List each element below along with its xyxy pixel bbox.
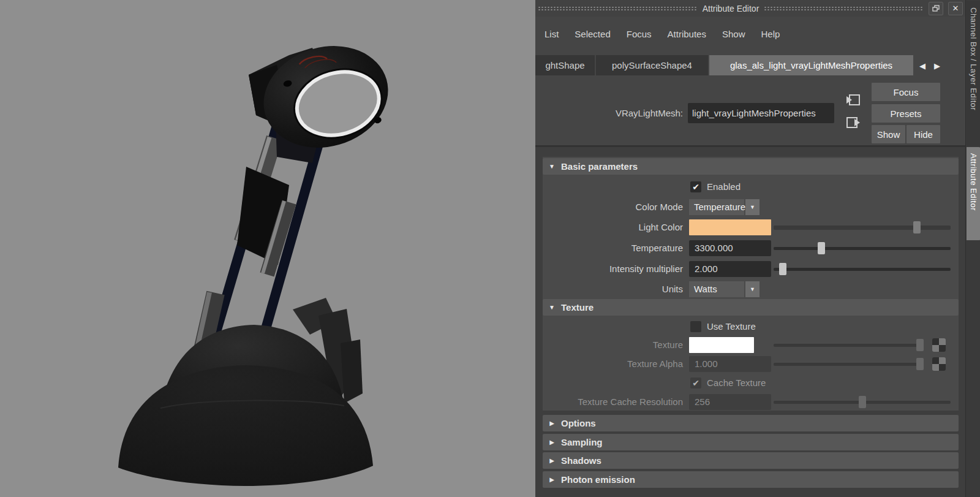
chevron-down-icon[interactable]: ▼	[745, 281, 760, 297]
tab-next-arrow[interactable]: ▶	[934, 61, 940, 70]
section-photon-emission[interactable]: ▶ Photon emission	[543, 471, 959, 488]
output-connection-icon[interactable]	[845, 114, 862, 131]
cache-texture-label: Cache Texture	[707, 375, 766, 391]
texture-alpha-map-checker-icon[interactable]	[932, 357, 946, 371]
collapsed-triangle-icon: ▶	[543, 476, 561, 483]
texture-alpha-row: Texture Alpha 1.000	[535, 356, 965, 372]
slider-track[interactable]	[774, 247, 951, 250]
restore-icon	[932, 4, 940, 13]
texture-alpha-label: Texture Alpha	[535, 356, 683, 372]
enabled-label: Enabled	[707, 179, 741, 195]
close-panel-button[interactable]: ✕	[948, 2, 963, 15]
node-type-label: VRayLightMesh:	[535, 108, 683, 118]
color-mode-value: Temperature	[689, 199, 744, 215]
units-row: Units Watts ▼	[535, 281, 965, 297]
light-color-swatch[interactable]	[689, 219, 771, 235]
cache-texture-checkbox[interactable]: ✔	[690, 377, 701, 389]
temperature-row: Temperature 3300.000	[535, 240, 965, 256]
color-mode-label: Color Mode	[535, 199, 683, 215]
tab-vraylightmeshproperties[interactable]: glas_als_light_vrayLightMeshProperties	[709, 55, 913, 75]
section-basic-parameters[interactable]: ▼ Basic parameters	[543, 158, 959, 175]
section-options[interactable]: ▶ Options	[543, 415, 959, 431]
color-mode-row: Color Mode Temperature ▼	[535, 199, 965, 215]
texture-map-checker-icon[interactable]	[932, 338, 946, 352]
intensity-row: Intensity multiplier 2.000	[535, 261, 965, 277]
intensity-label: Intensity multiplier	[535, 261, 683, 277]
slider-handle[interactable]	[779, 263, 786, 275]
slider-handle[interactable]	[916, 358, 924, 370]
attribute-editor-panel: Attribute Editor ✕ List Selected Focus A…	[535, 0, 965, 497]
drag-handle-left[interactable]	[538, 6, 698, 12]
drag-handle-right[interactable]	[764, 6, 924, 12]
light-color-row: Light Color	[535, 219, 965, 235]
attributes-scroll-area[interactable]: ▼ Basic parameters ✔ Enabled Color Mode …	[535, 147, 965, 497]
tab-prev-arrow[interactable]: ◀	[919, 61, 925, 70]
slider-handle[interactable]	[916, 339, 924, 351]
panel-titlebar[interactable]: Attribute Editor ✕	[535, 0, 965, 17]
cache-resolution-row: Texture Cache Resolution 256	[535, 394, 965, 410]
node-tabbar: ghtShape polySurfaceShape4 glas_als_ligh…	[535, 55, 965, 75]
slider-track[interactable]	[774, 226, 951, 230]
texture-alpha-field[interactable]: 1.000	[689, 356, 771, 372]
section-title: Photon emission	[561, 474, 635, 485]
light-color-slider[interactable]	[774, 219, 951, 235]
temperature-field[interactable]: 3300.000	[689, 240, 771, 256]
intensity-field[interactable]: 2.000	[689, 261, 771, 277]
intensity-slider[interactable]	[774, 261, 951, 277]
slider-handle[interactable]	[818, 242, 825, 254]
menu-selected[interactable]: Selected	[575, 29, 610, 39]
lamp-model	[0, 0, 535, 497]
texture-swatch[interactable]	[689, 337, 754, 353]
slider-track[interactable]	[774, 268, 951, 271]
node-header-row: VRayLightMesh: light_vrayLightMeshProper…	[535, 82, 965, 144]
maya-window: Attribute Editor ✕ List Selected Focus A…	[0, 0, 980, 497]
use-texture-row: Use Texture	[535, 319, 965, 335]
close-icon: ✕	[952, 4, 959, 13]
slider-track[interactable]	[774, 344, 924, 347]
menu-show[interactable]: Show	[722, 29, 745, 39]
tab-lightshape[interactable]: ghtShape	[535, 55, 595, 75]
focus-button[interactable]: Focus	[872, 83, 940, 101]
texture-alpha-slider[interactable]	[774, 356, 924, 372]
section-title: Shadows	[561, 455, 601, 466]
cache-resolution-label: Texture Cache Resolution	[535, 394, 683, 410]
menu-attributes[interactable]: Attributes	[668, 29, 706, 39]
section-shadows[interactable]: ▶ Shadows	[543, 452, 959, 469]
show-button[interactable]: Show	[872, 125, 905, 143]
presets-button[interactable]: Presets	[872, 104, 940, 123]
section-texture[interactable]: ▼ Texture	[543, 299, 959, 316]
hide-button[interactable]: Hide	[907, 125, 940, 143]
temperature-slider[interactable]	[774, 240, 951, 256]
viewport-3d[interactable]	[0, 0, 535, 497]
panel-menubar: List Selected Focus Attributes Show Help	[535, 23, 965, 44]
slider-track[interactable]	[774, 363, 924, 366]
cache-resolution-field[interactable]: 256	[689, 394, 771, 410]
expanded-triangle-icon: ▼	[543, 304, 561, 311]
slider-handle[interactable]	[913, 221, 921, 233]
right-dock-tab-strip: Channel Box / Layer Editor Attribute Edi…	[965, 0, 980, 497]
cache-texture-row: ✔ Cache Texture	[535, 375, 965, 391]
menu-focus[interactable]: Focus	[627, 29, 652, 39]
node-name-field[interactable]: light_vrayLightMeshProperties	[688, 103, 834, 123]
texture-slider[interactable]	[774, 337, 924, 353]
menu-list[interactable]: List	[545, 29, 559, 39]
collapsed-triangle-icon: ▶	[543, 420, 561, 427]
float-panel-button[interactable]	[929, 2, 943, 15]
sidetab-channel-box-layer-editor[interactable]: Channel Box / Layer Editor	[967, 1, 980, 146]
chevron-down-icon[interactable]: ▼	[745, 199, 760, 215]
units-dropdown[interactable]: Watts ▼	[689, 281, 760, 297]
color-mode-dropdown[interactable]: Temperature ▼	[689, 199, 760, 215]
texture-label: Texture	[535, 337, 683, 353]
slider-handle[interactable]	[859, 396, 866, 408]
input-connection-icon[interactable]	[845, 91, 862, 108]
use-texture-checkbox[interactable]	[690, 321, 701, 332]
enabled-checkbox[interactable]: ✔	[690, 181, 701, 192]
collapsed-triangle-icon: ▶	[543, 457, 561, 464]
section-title: Basic parameters	[561, 161, 638, 172]
tab-polysurfaceshape4[interactable]: polySurfaceShape4	[596, 55, 708, 75]
section-sampling[interactable]: ▶ Sampling	[543, 434, 959, 450]
temperature-label: Temperature	[535, 240, 683, 256]
menu-help[interactable]: Help	[761, 29, 780, 39]
cache-resolution-slider[interactable]	[774, 394, 951, 410]
sidetab-attribute-editor[interactable]: Attribute Editor	[967, 147, 980, 240]
